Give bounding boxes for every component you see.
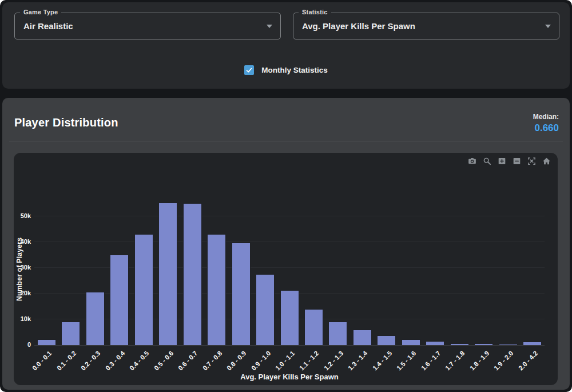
distribution-chart: Number of Players Avg. Player Kills Per … [14, 153, 558, 385]
player-distribution-card: Player Distribution Median: 0.660 [2, 98, 570, 390]
page-background: Game Type Air Realistic Statistic Avg. P… [0, 0, 572, 392]
bar-1.8 - 1.9[interactable] [474, 343, 493, 345]
chevron-down-icon [545, 25, 551, 28]
bar-0.5 - 0.6[interactable] [158, 203, 177, 345]
bar-1.9 - 2.0[interactable] [499, 344, 518, 345]
bar-1.3 - 1.4[interactable] [353, 330, 372, 346]
controls-panel: Game Type Air Realistic Statistic Avg. P… [2, 2, 570, 89]
bar-1.7 - 1.8[interactable] [450, 343, 469, 345]
zoom-in-icon[interactable] [497, 156, 506, 165]
autoscale-icon[interactable] [527, 156, 536, 165]
statistic-select[interactable]: Statistic Avg. Player Kills Per Spawn [293, 13, 559, 39]
bar-1.6 - 1.7[interactable] [426, 341, 444, 345]
y-tick-label: 10k [15, 315, 31, 322]
bar-0.1 - 0.2[interactable] [61, 322, 80, 345]
monthly-statistics-label: Monthly Statistics [261, 66, 328, 74]
game-type-select[interactable]: Game Type Air Realistic [14, 13, 281, 39]
bar-1.2 - 1.3[interactable] [328, 322, 347, 345]
camera-icon[interactable] [467, 156, 476, 165]
statistic-value: Avg. Player Kills Per Spawn [302, 13, 539, 39]
monthly-statistics-row: Monthly Statistics [2, 65, 570, 75]
chevron-down-icon [267, 25, 272, 28]
y-tick-label: 30k [15, 264, 31, 271]
bar-0.7 - 0.8[interactable] [207, 234, 226, 345]
plot-area [34, 193, 545, 346]
monthly-statistics-checkbox[interactable] [244, 65, 254, 75]
home-icon[interactable] [542, 156, 551, 165]
bar-1.4 - 1.5[interactable] [377, 335, 396, 345]
bar-2.0 - 4.2[interactable] [523, 342, 542, 345]
gridline [34, 241, 545, 242]
gridline [34, 216, 545, 216]
y-tick-label: 50k [15, 212, 31, 219]
median-value: 0.660 [533, 122, 559, 134]
zoom-icon[interactable] [482, 156, 491, 165]
bar-0.4 - 0.5[interactable] [134, 234, 153, 345]
median-label: Median: [533, 113, 559, 121]
bar-1.0 - 1.1[interactable] [280, 290, 299, 345]
bar-0.8 - 0.9[interactable] [232, 243, 251, 345]
bar-0.2 - 0.3[interactable] [86, 292, 105, 345]
bar-0.3 - 0.4[interactable] [110, 255, 129, 345]
page-title: Player Distribution [14, 116, 118, 129]
bar-1.1 - 1.2[interactable] [304, 309, 323, 345]
y-tick-label: 40k [15, 238, 31, 245]
median-block: Median: 0.660 [533, 113, 559, 134]
y-tick-label: 20k [15, 290, 31, 296]
game-type-value: Air Realistic [23, 13, 261, 39]
zoom-out-icon[interactable] [512, 156, 521, 165]
bar-0.0 - 0.1[interactable] [37, 339, 56, 345]
plotly-modebar [467, 156, 551, 165]
check-icon [245, 66, 253, 74]
bar-0.6 - 0.7[interactable] [183, 203, 202, 345]
bar-0.9 - 1.0[interactable] [256, 274, 275, 345]
y-tick-label: 0 [15, 341, 31, 348]
bar-1.5 - 1.6[interactable] [402, 339, 420, 345]
card-divider [9, 141, 563, 141]
